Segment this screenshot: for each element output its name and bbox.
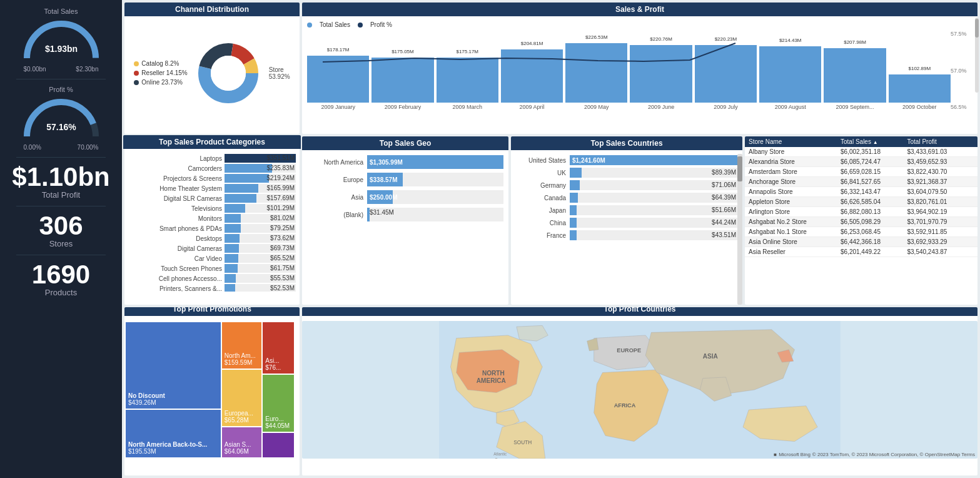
divider-3	[16, 206, 106, 206]
top-profit-promotions-title: Top Profit Promotions	[124, 307, 300, 316]
svg-text:NORTH: NORTH	[482, 370, 505, 377]
tm-north-am[interactable]: North Am... $159.59M	[222, 322, 261, 369]
middle-row: Top Sales Product Categories Laptops $35…	[124, 136, 977, 305]
tm-extra[interactable]	[263, 433, 294, 457]
col-total-sales: Total Sales ▲	[837, 136, 903, 147]
bar-oct: $102.89M 2009 October	[889, 74, 951, 110]
total-profit-section: $1.10bn Total Profit	[5, 164, 117, 200]
tm-europea[interactable]: Europea... $65.28M	[222, 370, 261, 427]
country-uk: UK $89.39M	[516, 168, 737, 178]
col-scroll	[970, 136, 977, 147]
total-sales-section: Total Sales $1.93bn $0.00bn $2.30bn	[5, 8, 117, 73]
chart-legend: Total Sales Profit %	[307, 21, 972, 28]
cat-tv: Televisions $101.29M	[128, 204, 296, 213]
svg-text:$1.93bn: $1.93bn	[44, 44, 77, 54]
top-sales-countries-title: Top Sales Countries	[511, 136, 742, 150]
stores-label: Stores	[5, 239, 117, 248]
sales-legend-label: Total Sales	[320, 21, 350, 28]
treemap-left: No Discount $439.26M North America Back-…	[126, 322, 221, 457]
scrollbar-thumb[interactable]	[737, 156, 742, 181]
svg-text:AFRICA: AFRICA	[614, 402, 636, 409]
table-row: Ashgabat No.1 Store$6,253,068.45$3,592,9…	[745, 227, 977, 237]
donut-container: Catalog 8.2% Reseller 14.15% Online 23.7…	[129, 21, 295, 125]
tm-na-back[interactable]: North America Back-to-S... $195.53M	[126, 410, 221, 457]
cat-cellphone: Cell phones Accesso... $55.53M	[128, 274, 296, 283]
tm-asi[interactable]: Asi... $76...	[263, 322, 294, 374]
table-row: Amsterdam Store$6,659,028.15$3,822,430.7…	[745, 167, 977, 177]
profit-range: 0.00% 70.00%	[24, 144, 99, 151]
cat-digcam: Digital Cameras $69.73M	[128, 244, 296, 253]
cat-smartphones: Smart phones & PDAs $79.25M	[128, 224, 296, 233]
product-categories-panel: Top Sales Product Categories Laptops $35…	[124, 136, 300, 305]
country-cn: China $44.24M	[516, 218, 737, 228]
channel-distribution-title: Channel Distribution	[124, 3, 300, 16]
geo-blank: (Blank) $31.45M	[307, 208, 503, 221]
geo-europe: Europe $338.57M	[307, 173, 503, 186]
top-profit-promotions-panel: Top Profit Promotions No Discount $439.2…	[124, 307, 300, 475]
cat-monitors: Monitors $81.02M	[128, 214, 296, 223]
store-pct: Store 53.92%	[269, 66, 290, 80]
profit-legend-dot	[358, 23, 363, 28]
top-profit-countries-panel: Top Profit Countries	[302, 307, 977, 475]
col-total-profit: Total Profit	[903, 136, 970, 147]
scrollbar[interactable]	[737, 154, 742, 305]
profit-label: Profit %	[5, 86, 117, 93]
total-sales-label: Total Sales	[5, 8, 117, 15]
bar-feb: $175.05M 2009 February	[371, 58, 433, 110]
bar-apr: $204.81M 2009 April	[501, 49, 563, 110]
cat-camcorders: Camcorders $235.83M	[128, 164, 296, 173]
cat-touchscreen: Touch Screen Phones $61.75M	[128, 264, 296, 273]
reseller-dot	[134, 71, 139, 76]
products-label: Products	[5, 288, 117, 297]
donut-labels: Catalog 8.2% Reseller 14.15% Online 23.7…	[134, 60, 187, 86]
sales-legend-dot	[307, 23, 312, 28]
country-jp: Japan $51.66M	[516, 205, 737, 215]
table-row: Asia Online Store$6,442,366.18$3,692,933…	[745, 237, 977, 247]
divider-4	[16, 255, 106, 255]
cat-desktops: Desktops $73.62M	[128, 234, 296, 243]
svg-text:EUROPE: EUROPE	[617, 347, 641, 353]
online-label: Online 23.73%	[134, 79, 187, 86]
sidebar: Total Sales $1.93bn $0.00bn $2.30bn Prof…	[0, 0, 122, 478]
store-table-panel: Store Name Total Sales ▲ Total Profit Al…	[745, 136, 977, 305]
table-row: Appleton Store$6,626,585.04$3,820,761.01	[745, 197, 977, 207]
bottom-row: Top Profit Promotions No Discount $439.2…	[124, 307, 977, 475]
category-list: Laptops $351.51M Camcorders $235.83M Pro…	[128, 154, 296, 292]
svg-point-6	[211, 56, 246, 91]
tm-no-discount[interactable]: No Discount $439.26M	[126, 322, 221, 409]
total-profit-value: $1.10bn	[5, 164, 117, 190]
bar-aug: $214.43M 2009 August	[759, 46, 821, 110]
country-de: Germany $71.06M	[516, 180, 737, 190]
svg-text:Ocean: Ocean	[495, 457, 507, 459]
world-map-svg: NORTH AMERICA EUROPE ASIA AFRICA SOUTH A…	[302, 321, 977, 459]
bar-mar: $175.17M 2009 March	[437, 58, 498, 110]
bar-jan: $178.17M 2009 January	[307, 56, 369, 110]
treemap-right: Asi... $76... Euro... $44.05M	[263, 322, 294, 457]
country-us: United States $1,241.60M	[516, 155, 737, 165]
cat-printers: Printers, Scanners &... $52.53M	[128, 284, 296, 292]
bar-may: $226.53M 2009 May	[565, 43, 627, 110]
map-area: NORTH AMERICA EUROPE ASIA AFRICA SOUTH A…	[302, 321, 977, 459]
country-ca: Canada $64.39M	[516, 193, 737, 203]
geo-asia: Asia $250.00M	[307, 190, 503, 204]
top-sales-geo-title: Top Sales Geo	[302, 136, 508, 150]
sales-profit-title: Sales & Profit	[302, 3, 977, 16]
divider-2	[16, 157, 106, 158]
cat-carvideo: Car Video $65.52M	[128, 254, 296, 263]
total-sales-range: $0.00bn $2.30bn	[24, 66, 99, 73]
product-categories-title: Top Sales Product Categories	[123, 135, 301, 149]
tm-asian-s[interactable]: Asian S... $64.06M	[222, 427, 261, 457]
main-content: Channel Distribution Catalog 8.2% Resell…	[122, 0, 980, 478]
table-row: Albany Store$6,002,351.18$3,433,691.03	[745, 147, 977, 157]
products-value: 1690	[5, 262, 117, 288]
divider-1	[16, 79, 106, 79]
stores-value: 306	[5, 213, 117, 239]
online-dot	[134, 80, 139, 85]
table-row: Asia Reseller$6,201,449.22$3,540,243.87	[745, 247, 977, 257]
bar-jul: $220.23M 2009 July	[695, 45, 757, 110]
col-store-name: Store Name	[745, 136, 837, 147]
cat-laptops: Laptops $351.51M	[128, 154, 296, 163]
tm-euro[interactable]: Euro... $44.05M	[263, 375, 294, 432]
top-profit-countries-title: Top Profit Countries	[302, 307, 977, 316]
table-row: Ashgabat No.2 Store$6,505,098.29$3,701,9…	[745, 217, 977, 227]
